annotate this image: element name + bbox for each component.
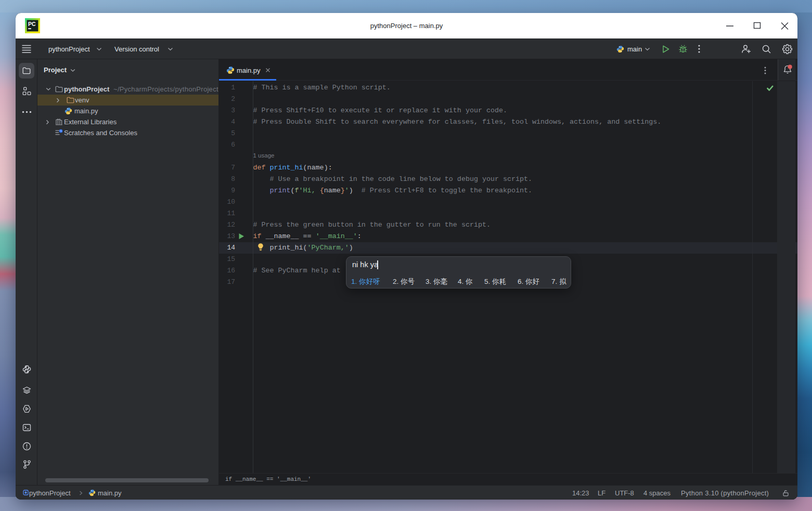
svg-text:PC: PC bbox=[28, 21, 36, 27]
